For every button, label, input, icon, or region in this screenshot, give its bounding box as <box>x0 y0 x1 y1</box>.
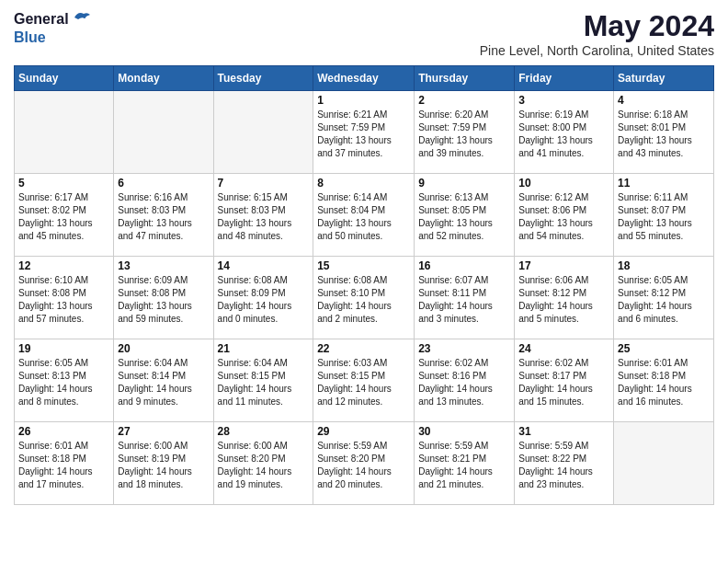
day-header-friday: Friday <box>515 66 614 91</box>
calendar-day-24: 24Sunrise: 6:02 AM Sunset: 8:17 PM Dayli… <box>515 339 614 422</box>
calendar-day-6: 6Sunrise: 6:16 AM Sunset: 8:03 PM Daylig… <box>114 174 213 257</box>
logo-bird-icon <box>71 9 91 29</box>
day-info: Sunrise: 6:01 AM Sunset: 8:18 PM Dayligh… <box>18 440 109 491</box>
day-info: Sunrise: 6:08 AM Sunset: 8:10 PM Dayligh… <box>317 274 410 326</box>
day-info: Sunrise: 6:12 AM Sunset: 8:06 PM Dayligh… <box>518 191 609 243</box>
calendar-day-25: 25Sunrise: 6:01 AM Sunset: 8:18 PM Dayli… <box>614 339 714 422</box>
calendar-day-23: 23Sunrise: 6:02 AM Sunset: 8:16 PM Dayli… <box>415 339 515 422</box>
calendar-day-11: 11Sunrise: 6:11 AM Sunset: 8:07 PM Dayli… <box>614 174 714 257</box>
logo-blue: Blue <box>14 29 46 45</box>
day-info: Sunrise: 6:02 AM Sunset: 8:16 PM Dayligh… <box>418 357 510 408</box>
calendar-table: SundayMondayTuesdayWednesdayThursdayFrid… <box>14 65 714 505</box>
day-info: Sunrise: 6:03 AM Sunset: 8:15 PM Dayligh… <box>317 357 410 408</box>
day-info: Sunrise: 6:07 AM Sunset: 8:11 PM Dayligh… <box>418 274 510 326</box>
calendar-week-1: 1Sunrise: 6:21 AM Sunset: 7:59 PM Daylig… <box>15 91 714 174</box>
day-number: 11 <box>618 177 710 190</box>
day-info: Sunrise: 6:14 AM Sunset: 8:04 PM Dayligh… <box>317 191 410 243</box>
day-number: 4 <box>618 94 710 107</box>
calendar-day-8: 8Sunrise: 6:14 AM Sunset: 8:04 PM Daylig… <box>313 174 415 257</box>
logo-general: General <box>14 11 69 28</box>
day-info: Sunrise: 6:02 AM Sunset: 8:17 PM Dayligh… <box>518 357 609 408</box>
day-info: Sunrise: 5:59 AM Sunset: 8:21 PM Dayligh… <box>418 440 510 491</box>
day-number: 25 <box>618 342 710 355</box>
day-info: Sunrise: 5:59 AM Sunset: 8:22 PM Dayligh… <box>518 440 609 491</box>
day-info: Sunrise: 6:00 AM Sunset: 8:19 PM Dayligh… <box>118 440 209 491</box>
day-number: 8 <box>317 177 410 190</box>
calendar-day-3: 3Sunrise: 6:19 AM Sunset: 8:00 PM Daylig… <box>515 91 614 174</box>
day-number: 24 <box>518 342 609 355</box>
day-info: Sunrise: 6:01 AM Sunset: 8:18 PM Dayligh… <box>618 357 710 408</box>
day-header-monday: Monday <box>114 66 213 91</box>
day-info: Sunrise: 6:13 AM Sunset: 8:05 PM Dayligh… <box>418 191 510 243</box>
day-info: Sunrise: 6:00 AM Sunset: 8:20 PM Dayligh… <box>218 440 310 491</box>
day-number: 28 <box>218 425 310 438</box>
calendar-day-28: 28Sunrise: 6:00 AM Sunset: 8:20 PM Dayli… <box>213 422 313 505</box>
day-number: 31 <box>518 425 609 438</box>
day-header-sunday: Sunday <box>15 66 114 91</box>
day-number: 29 <box>317 425 410 438</box>
day-number: 6 <box>118 177 209 190</box>
calendar-day-5: 5Sunrise: 6:17 AM Sunset: 8:02 PM Daylig… <box>15 174 114 257</box>
day-number: 3 <box>518 94 609 107</box>
calendar-day-26: 26Sunrise: 6:01 AM Sunset: 8:18 PM Dayli… <box>15 422 114 505</box>
calendar-empty <box>213 91 313 174</box>
calendar-week-3: 12Sunrise: 6:10 AM Sunset: 8:08 PM Dayli… <box>15 257 714 339</box>
day-number: 5 <box>18 177 109 190</box>
day-info: Sunrise: 6:18 AM Sunset: 8:01 PM Dayligh… <box>618 109 710 160</box>
calendar-day-29: 29Sunrise: 5:59 AM Sunset: 8:20 PM Dayli… <box>313 422 415 505</box>
day-number: 10 <box>518 177 609 190</box>
day-number: 21 <box>218 342 310 355</box>
calendar-day-4: 4Sunrise: 6:18 AM Sunset: 8:01 PM Daylig… <box>614 91 714 174</box>
day-info: Sunrise: 6:11 AM Sunset: 8:07 PM Dayligh… <box>618 191 710 243</box>
day-info: Sunrise: 6:20 AM Sunset: 7:59 PM Dayligh… <box>418 109 510 160</box>
logo: General Blue <box>14 9 91 46</box>
day-number: 12 <box>18 259 109 272</box>
day-info: Sunrise: 5:59 AM Sunset: 8:20 PM Dayligh… <box>317 440 410 491</box>
day-info: Sunrise: 6:16 AM Sunset: 8:03 PM Dayligh… <box>118 191 209 243</box>
day-number: 19 <box>18 342 109 355</box>
day-info: Sunrise: 6:05 AM Sunset: 8:13 PM Dayligh… <box>18 357 109 408</box>
calendar-day-27: 27Sunrise: 6:00 AM Sunset: 8:19 PM Dayli… <box>114 422 213 505</box>
calendar-day-13: 13Sunrise: 6:09 AM Sunset: 8:08 PM Dayli… <box>114 257 213 339</box>
page-header: General Blue May 2024 Pine Level, North … <box>14 9 714 58</box>
calendar-day-14: 14Sunrise: 6:08 AM Sunset: 8:09 PM Dayli… <box>213 257 313 339</box>
calendar-empty <box>114 91 213 174</box>
day-header-saturday: Saturday <box>614 66 714 91</box>
day-number: 9 <box>418 177 510 190</box>
day-info: Sunrise: 6:15 AM Sunset: 8:03 PM Dayligh… <box>218 191 310 243</box>
calendar-day-21: 21Sunrise: 6:04 AM Sunset: 8:15 PM Dayli… <box>213 339 313 422</box>
day-info: Sunrise: 6:21 AM Sunset: 7:59 PM Dayligh… <box>317 109 410 160</box>
day-info: Sunrise: 6:08 AM Sunset: 8:09 PM Dayligh… <box>218 274 310 326</box>
day-info: Sunrise: 6:06 AM Sunset: 8:12 PM Dayligh… <box>518 274 609 326</box>
calendar-day-22: 22Sunrise: 6:03 AM Sunset: 8:15 PM Dayli… <box>313 339 415 422</box>
calendar-day-17: 17Sunrise: 6:06 AM Sunset: 8:12 PM Dayli… <box>515 257 614 339</box>
day-info: Sunrise: 6:19 AM Sunset: 8:00 PM Dayligh… <box>518 109 609 160</box>
day-number: 15 <box>317 259 410 272</box>
day-info: Sunrise: 6:04 AM Sunset: 8:15 PM Dayligh… <box>218 357 310 408</box>
calendar-day-19: 19Sunrise: 6:05 AM Sunset: 8:13 PM Dayli… <box>15 339 114 422</box>
day-number: 1 <box>317 94 410 107</box>
page-title: May 2024 <box>480 9 714 43</box>
calendar-day-2: 2Sunrise: 6:20 AM Sunset: 7:59 PM Daylig… <box>415 91 515 174</box>
day-number: 7 <box>218 177 310 190</box>
day-number: 16 <box>418 259 510 272</box>
day-info: Sunrise: 6:05 AM Sunset: 8:12 PM Dayligh… <box>618 274 710 326</box>
day-number: 18 <box>618 259 710 272</box>
day-number: 22 <box>317 342 410 355</box>
day-info: Sunrise: 6:10 AM Sunset: 8:08 PM Dayligh… <box>18 274 109 326</box>
day-number: 30 <box>418 425 510 438</box>
day-header-thursday: Thursday <box>415 66 515 91</box>
calendar-header-row: SundayMondayTuesdayWednesdayThursdayFrid… <box>15 66 714 91</box>
day-number: 2 <box>418 94 510 107</box>
calendar-day-16: 16Sunrise: 6:07 AM Sunset: 8:11 PM Dayli… <box>415 257 515 339</box>
calendar-day-15: 15Sunrise: 6:08 AM Sunset: 8:10 PM Dayli… <box>313 257 415 339</box>
day-number: 26 <box>18 425 109 438</box>
calendar-week-2: 5Sunrise: 6:17 AM Sunset: 8:02 PM Daylig… <box>15 174 714 257</box>
day-header-wednesday: Wednesday <box>313 66 415 91</box>
title-area: May 2024 Pine Level, North Carolina, Uni… <box>480 9 714 58</box>
calendar-week-5: 26Sunrise: 6:01 AM Sunset: 8:18 PM Dayli… <box>15 422 714 505</box>
day-info: Sunrise: 6:04 AM Sunset: 8:14 PM Dayligh… <box>118 357 209 408</box>
calendar-empty <box>15 91 114 174</box>
page-subtitle: Pine Level, North Carolina, United State… <box>480 43 714 58</box>
calendar-day-31: 31Sunrise: 5:59 AM Sunset: 8:22 PM Dayli… <box>515 422 614 505</box>
